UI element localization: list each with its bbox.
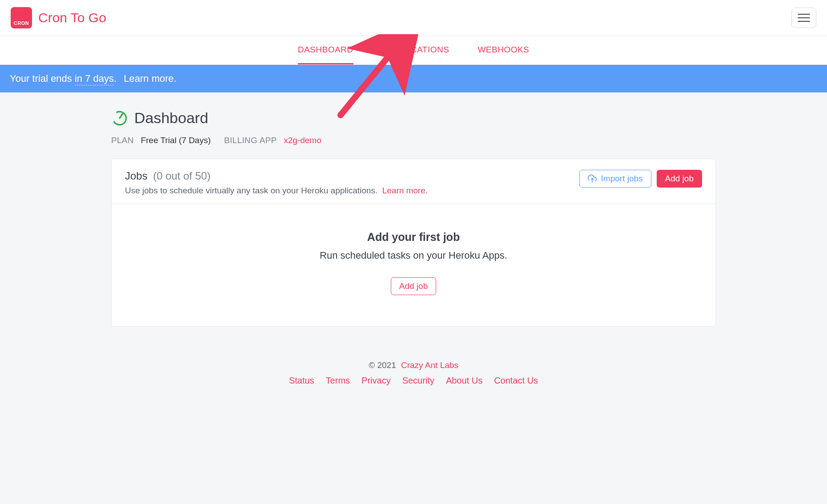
hamburger-bar-icon (798, 21, 810, 22)
footer-links: Status Terms Privacy Security About Us C… (0, 376, 827, 386)
trial-learn-more-link[interactable]: Learn more. (124, 73, 177, 84)
footer-link-security[interactable]: Security (402, 376, 434, 386)
hamburger-bar-icon (798, 17, 810, 18)
billing-app-label: BILLING APP (224, 136, 277, 145)
page-title: Dashboard (134, 109, 208, 127)
jobs-count: (0 out of 50) (153, 170, 210, 182)
empty-state-sub: Run scheduled tasks on your Heroku Apps. (125, 250, 702, 261)
brand-link[interactable]: CRON Cron To Go (11, 7, 106, 28)
footer-link-status[interactable]: Status (289, 376, 314, 386)
jobs-card-header: Jobs (0 out of 50) Use jobs to schedule … (112, 159, 715, 204)
footer-link-privacy[interactable]: Privacy (361, 376, 391, 386)
trial-days: in 7 days (75, 73, 114, 85)
hamburger-bar-icon (798, 14, 810, 15)
top-navbar: CRON Cron To Go (0, 0, 827, 36)
jobs-title: Jobs (125, 170, 148, 182)
main-tabs: Dashboard Notifications Webhooks (0, 36, 827, 65)
import-jobs-button[interactable]: Import jobs (579, 170, 651, 188)
footer: © 2021 Crazy Ant Labs Status Terms Priva… (0, 349, 827, 404)
page-header: Dashboard (111, 109, 716, 127)
jobs-empty-state: Add your first job Run scheduled tasks o… (112, 204, 715, 326)
footer-company-link[interactable]: Crazy Ant Labs (401, 360, 458, 370)
empty-state-title: Add your first job (125, 231, 702, 244)
footer-link-contact[interactable]: Contact Us (494, 376, 538, 386)
footer-link-terms[interactable]: Terms (326, 376, 350, 386)
gauge-icon (111, 110, 128, 127)
tab-webhooks[interactable]: Webhooks (478, 45, 529, 56)
plan-value: Free Trial (7 Days) (141, 136, 211, 145)
jobs-card: Jobs (0 out of 50) Use jobs to schedule … (111, 159, 716, 327)
billing-app-link[interactable]: x2g-demo (284, 136, 321, 145)
cloud-upload-icon (588, 174, 597, 183)
jobs-learn-more-link[interactable]: Learn more. (382, 186, 428, 195)
empty-add-job-label: Add job (399, 281, 428, 291)
brand-logo-icon: CRON (11, 7, 32, 28)
empty-add-job-button[interactable]: Add job (391, 277, 436, 295)
brand-logo-text: CRON (14, 20, 29, 26)
plan-meta-row: PLAN Free Trial (7 Days) BILLING APP x2g… (111, 136, 716, 145)
tab-dashboard[interactable]: Dashboard (298, 45, 353, 64)
brand-name: Cron To Go (38, 10, 106, 25)
tab-notifications[interactable]: Notifications (382, 45, 450, 56)
plan-label: PLAN (111, 136, 134, 145)
footer-copyright: © 2021 (369, 360, 396, 370)
add-job-button[interactable]: Add job (657, 170, 702, 188)
jobs-description-text: Use jobs to schedule virtually any task … (125, 186, 377, 195)
trial-suffix: . (114, 73, 116, 84)
menu-toggle-button[interactable] (791, 8, 816, 28)
footer-link-about[interactable]: About Us (446, 376, 482, 386)
add-job-label: Add job (665, 174, 694, 184)
import-jobs-label: Import jobs (601, 174, 643, 184)
jobs-description: Use jobs to schedule virtually any task … (125, 186, 428, 196)
trial-prefix: Your trial ends (10, 73, 75, 84)
svg-line-3 (120, 114, 122, 118)
trial-banner: Your trial ends in 7 days. Learn more. (0, 65, 827, 92)
